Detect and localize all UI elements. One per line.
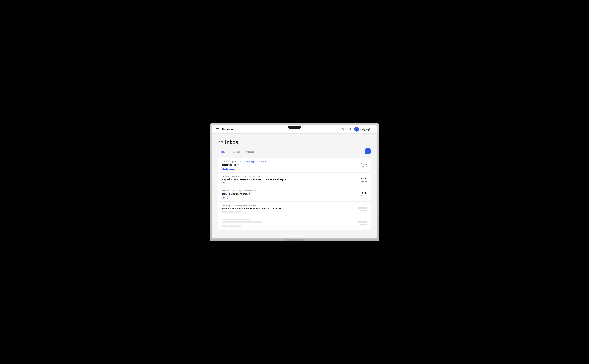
search-icon[interactable] [341, 127, 345, 132]
user-menu[interactable]: ET Emily Taylor ▾ [354, 127, 374, 132]
tabs-list: New Reviewed Archived [218, 149, 257, 155]
skeleton-tag [228, 211, 234, 213]
sender-link[interactable]: chris.watson@acmecorp.com [242, 161, 266, 163]
item-tags: PDF [222, 182, 355, 184]
skeleton-tags [222, 225, 355, 227]
tag-pdf: PDF [222, 182, 228, 184]
skeleton-tag [228, 225, 234, 227]
item-content: 34 minutes ago Uploaded by Francine Wils… [222, 175, 355, 184]
username-label: Emily Taylor [360, 128, 372, 130]
item-content: Yesterday Uploaded by Alexander Chen Cal… [222, 190, 355, 199]
main-content: Inbox New Reviewed Archived [212, 134, 377, 238]
skeleton-files [358, 207, 367, 209]
skeleton-tag [222, 225, 228, 227]
skeleton-meta [222, 219, 250, 221]
tag-pdf: PDF [222, 196, 228, 199]
item-file-size: 234 KB [355, 195, 367, 196]
inbox-item-skeleton [218, 216, 371, 230]
inbox-list: 3 minutes ago Sent by chris.watson@acmec… [218, 158, 371, 230]
item-meta: 3 minutes ago Sent by chris.watson@acmec… [222, 161, 355, 163]
skeleton-files [358, 221, 367, 223]
item-files-count: 5 files [355, 163, 367, 165]
item-title: Calls-distributions-march [222, 193, 355, 195]
tab-new[interactable]: New [218, 149, 228, 155]
item-meta: Yesterday Uploaded by Alexander Chen [222, 190, 355, 192]
camera-notch [288, 126, 301, 129]
inbox-item[interactable]: 34 minutes ago Uploaded by Francine Wils… [218, 173, 371, 187]
item-file-size: 936 KB [355, 180, 367, 182]
page-title: Inbox [225, 139, 238, 145]
item-title: Holdings report [222, 163, 355, 166]
skeleton-title [222, 221, 262, 223]
hamburger-button[interactable] [215, 128, 220, 131]
tab-archived[interactable]: Archived [243, 149, 257, 155]
skeleton-tag [235, 225, 241, 227]
svg-line-1 [344, 129, 344, 130]
tab-reviewed[interactable]: Reviewed [228, 149, 243, 155]
inbox-item[interactable]: 3 minutes ago Sent by chris.watson@acmec… [218, 158, 371, 173]
item-file-info: 5 files 312 KB [355, 163, 367, 168]
skeleton-tag [235, 211, 241, 213]
item-tags: PDF [222, 196, 355, 199]
laptop-hinge [285, 239, 304, 240]
skeleton-size [360, 224, 367, 225]
item-tags: NEW XLS [222, 167, 355, 169]
item-meta: Yesterday Uploaded by Alexander Chen [222, 204, 355, 207]
item-title: Monhtly Account Statement Global Investo… [222, 207, 355, 210]
item-file-size: 312 KB [355, 165, 367, 168]
item-meta: 34 minutes ago Uploaded by Francine Wils… [222, 175, 355, 177]
avatar: ET [354, 127, 359, 132]
tag-new: NEW [222, 167, 228, 169]
item-tags [222, 211, 355, 213]
add-button[interactable] [365, 149, 371, 154]
notification-bell-icon[interactable] [348, 127, 352, 132]
app-logo: Mesoica [222, 128, 233, 131]
chevron-down-icon: ▾ [373, 128, 374, 130]
laptop-bottom [212, 238, 377, 241]
inbox-item[interactable]: Yesterday Uploaded by Alexander Chen Cal… [218, 187, 371, 202]
item-files-count: 7 files [355, 177, 367, 180]
item-file-info: 7 files 936 KB [355, 177, 367, 182]
item-file-info-loading [355, 207, 367, 211]
item-file-info: 1 file 234 KB [355, 192, 367, 196]
tabs-row: New Reviewed Archived [218, 149, 371, 155]
skeleton-tag [222, 211, 228, 213]
item-files-count: 1 file [355, 192, 367, 195]
item-title: Capital account statement - M-Invest Off… [222, 178, 355, 181]
tag-xls: XLS [229, 167, 235, 169]
inbox-icon [218, 139, 223, 145]
item-content-loading [222, 219, 355, 227]
laptop-screen: Mesoica ET Emily Taylor ▾ [212, 125, 377, 238]
item-file-info-loading [355, 221, 367, 225]
page-header: Inbox [218, 139, 371, 145]
item-content: Yesterday Uploaded by Alexander Chen Mon… [222, 204, 355, 213]
inbox-item[interactable]: Yesterday Uploaded by Alexander Chen Mon… [218, 202, 371, 216]
skeleton-size [360, 210, 367, 211]
laptop-frame: Mesoica ET Emily Taylor ▾ [210, 123, 379, 241]
item-content: 3 minutes ago Sent by chris.watson@acmec… [222, 161, 355, 169]
